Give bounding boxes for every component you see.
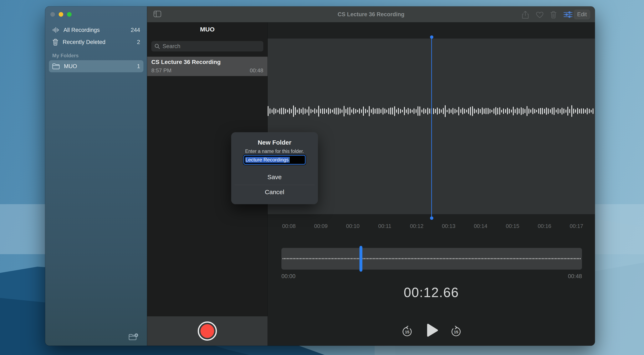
play-button[interactable] — [426, 323, 438, 337]
waveform-bar — [437, 108, 438, 115]
overview-scrubber[interactable] — [282, 248, 582, 270]
playhead-handle-top[interactable] — [430, 36, 433, 39]
waveform-bar — [587, 108, 588, 114]
ruler-tick — [449, 215, 449, 220]
waveform-bar — [589, 109, 590, 113]
close-window-button[interactable] — [50, 12, 55, 17]
waveform-bar — [361, 109, 362, 113]
skip-forward-15-button[interactable]: 15 — [451, 326, 462, 337]
waveform-bar — [318, 106, 319, 117]
waveform-bar — [289, 108, 290, 114]
cancel-button[interactable]: Cancel — [231, 189, 318, 196]
dialog-subtitle: Enter a name for this folder. — [231, 149, 318, 154]
waveform-bar — [375, 109, 376, 114]
waveform-bar — [552, 108, 552, 114]
waveform-bar — [342, 110, 342, 113]
waveform-bar — [334, 108, 335, 114]
waveform-bar — [449, 108, 450, 114]
sidebar-item-folder-muo[interactable]: MUO 1 — [49, 60, 144, 72]
waveform-bar — [505, 109, 506, 113]
waveform-bar — [390, 108, 391, 115]
waveform-bar — [305, 109, 306, 114]
waveform-bar — [556, 110, 556, 113]
ruler-tick — [423, 215, 424, 218]
ruler-tick — [538, 215, 538, 218]
scrubber-playhead[interactable] — [360, 246, 362, 272]
waveform-bar — [283, 108, 284, 114]
trash-icon — [52, 39, 58, 46]
ruler-tick — [480, 215, 481, 220]
waveform-bar — [472, 106, 473, 116]
waveform-bar — [564, 109, 564, 114]
waveform-bar — [332, 110, 333, 113]
recording-title: CS Lecture 36 Recording — [151, 59, 263, 65]
ruler-label: 00:10 — [340, 223, 365, 229]
recording-duration: 00:48 — [250, 67, 263, 74]
waveform-bar — [423, 108, 424, 114]
waveform-bar — [359, 108, 360, 114]
waveform-bar — [464, 109, 465, 114]
search-field[interactable] — [151, 41, 263, 52]
waveform-bar — [542, 108, 543, 114]
playhead-handle-bottom[interactable] — [430, 216, 433, 220]
waveform-bar — [530, 109, 531, 113]
save-button[interactable]: Save — [231, 174, 318, 181]
zoom-window-button[interactable] — [67, 12, 72, 17]
recording-list-item[interactable]: CS Lecture 36 Recording 8:57 PM 00:48 — [147, 57, 268, 76]
waveform-bar — [396, 109, 397, 113]
search-input[interactable] — [162, 43, 260, 50]
playback-settings-icon[interactable] — [564, 11, 571, 19]
waveform-bar — [336, 108, 336, 115]
waveform-bar — [291, 109, 292, 113]
waveform-bar — [441, 109, 442, 113]
waveform-bar — [398, 108, 399, 114]
waveform-bar — [353, 108, 354, 114]
waveform-bar — [571, 105, 572, 117]
playhead-line[interactable] — [431, 37, 432, 218]
ruler-tick — [314, 215, 315, 218]
sidebar-item-recently-deleted[interactable]: Recently Deleted 2 — [49, 36, 144, 48]
delete-trash-icon[interactable] — [550, 11, 558, 19]
waveform-bar — [386, 110, 387, 113]
edit-button[interactable]: Edit — [574, 10, 590, 19]
waveform-bar — [404, 107, 405, 115]
waveform-bar — [346, 109, 346, 113]
waveform-bar — [406, 109, 407, 113]
ruler-label: 00:12 — [404, 223, 429, 229]
new-folder-icon[interactable] — [128, 333, 138, 341]
skip-back-15-button[interactable]: 15 — [402, 326, 412, 337]
folder-name-input[interactable]: Lecture Recordings — [244, 155, 306, 165]
waveform-bar — [279, 108, 280, 114]
ruler-tick — [544, 215, 545, 220]
favorite-heart-icon[interactable] — [536, 12, 544, 19]
minimize-window-button[interactable] — [59, 12, 63, 17]
svg-text:15: 15 — [405, 330, 410, 334]
waveform-bar — [536, 110, 537, 112]
waveform-bar — [534, 109, 535, 113]
waveform-bar — [287, 110, 288, 113]
dialog-title: New Folder — [231, 139, 318, 146]
waveform-bar — [569, 109, 570, 113]
ruler-tick — [391, 215, 392, 218]
waveform-bar — [503, 108, 504, 114]
waveform-bar — [573, 109, 574, 114]
sidebar-item-all-recordings[interactable]: All Recordings 244 — [49, 24, 144, 36]
waveform-bar — [274, 108, 274, 114]
ruler-tick — [378, 215, 379, 218]
waveform-bar — [420, 107, 420, 116]
waveform-bar — [591, 110, 592, 113]
share-icon[interactable] — [522, 11, 530, 19]
waveform-bar — [310, 109, 312, 113]
waveform-bar — [303, 108, 304, 115]
waveform-bar — [460, 109, 461, 113]
record-button[interactable] — [198, 321, 217, 341]
waveform-bar — [494, 108, 494, 114]
waveform-bar — [301, 109, 302, 113]
waveform-bar — [513, 107, 514, 115]
ruler-tick — [583, 215, 583, 218]
waveform-bar — [544, 109, 545, 113]
ruler-tick — [404, 215, 404, 218]
waveform-bar — [484, 109, 484, 114]
waveform-bar — [456, 110, 457, 113]
ruler-tick — [410, 215, 411, 218]
